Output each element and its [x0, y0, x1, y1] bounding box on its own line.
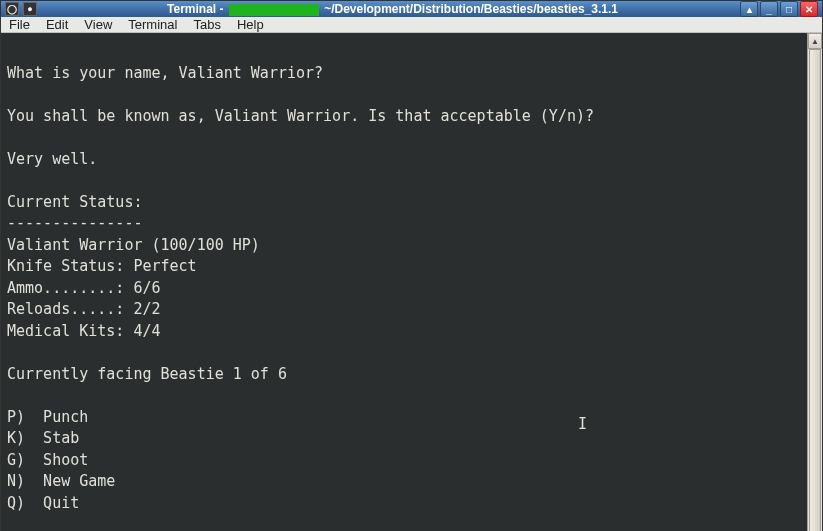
title-redacted [229, 4, 319, 16]
term-line: G) Shoot [7, 451, 88, 469]
menu-edit[interactable]: Edit [46, 17, 68, 32]
maximize-button[interactable]: □ [780, 1, 798, 17]
titlebar[interactable]: ◯ ● Terminal - ~/Development/Distributio… [1, 1, 822, 17]
term-line: Valiant Warrior (100/100 HP) [7, 236, 260, 254]
window-controls: ▴ _ □ ✕ [740, 1, 818, 17]
terminal-area: What is your name, Valiant Warrior? You … [1, 33, 822, 531]
terminal[interactable]: What is your name, Valiant Warrior? You … [1, 33, 807, 531]
menu-terminal[interactable]: Terminal [128, 17, 177, 32]
window-title: Terminal - ~/Development/Distribution/Be… [45, 2, 740, 16]
term-line: What is your name, Valiant Warrior? [7, 64, 323, 82]
menu-help[interactable]: Help [237, 17, 264, 32]
term-line: You shall be known as, Valiant Warrior. … [7, 107, 594, 125]
term-line: --------------- [7, 214, 142, 232]
menu-file[interactable]: File [9, 17, 30, 32]
text-caret-icon: I [578, 414, 587, 436]
menubar: File Edit View Terminal Tabs Help [1, 17, 822, 33]
title-prefix: Terminal - [167, 2, 227, 16]
shade-button[interactable]: ▴ [740, 1, 758, 17]
term-line: Ammo........: 6/6 [7, 279, 161, 297]
scroll-up-button[interactable]: ▲ [808, 33, 822, 49]
title-path: ~/Development/Distribution/Beasties/beas… [321, 2, 618, 16]
close-button[interactable]: ✕ [800, 1, 818, 17]
titlebar-sys-icons: ◯ ● [5, 2, 37, 16]
menu-tabs[interactable]: Tabs [193, 17, 220, 32]
window: ◯ ● Terminal - ~/Development/Distributio… [0, 0, 823, 531]
term-line: Q) Quit [7, 494, 79, 512]
term-line: Knife Status: Perfect [7, 257, 197, 275]
term-line: Medical Kits: 4/4 [7, 322, 161, 340]
minimize-button[interactable]: _ [760, 1, 778, 17]
term-line: Very well. [7, 150, 97, 168]
term-line: Currently facing Beastie 1 of 6 [7, 365, 287, 383]
scroll-thumb[interactable] [809, 49, 821, 531]
term-line: N) New Game [7, 472, 115, 490]
term-line: Reloads.....: 2/2 [7, 300, 161, 318]
menu-view[interactable]: View [84, 17, 112, 32]
scroll-track[interactable] [808, 49, 822, 531]
sys-sticky-icon[interactable]: ● [23, 2, 37, 16]
scrollbar[interactable]: ▲ ▼ [807, 33, 822, 531]
sys-menu-icon[interactable]: ◯ [5, 2, 19, 16]
term-line: P) Punch [7, 408, 88, 426]
term-line: K) Stab [7, 429, 79, 447]
term-line: Current Status: [7, 193, 142, 211]
